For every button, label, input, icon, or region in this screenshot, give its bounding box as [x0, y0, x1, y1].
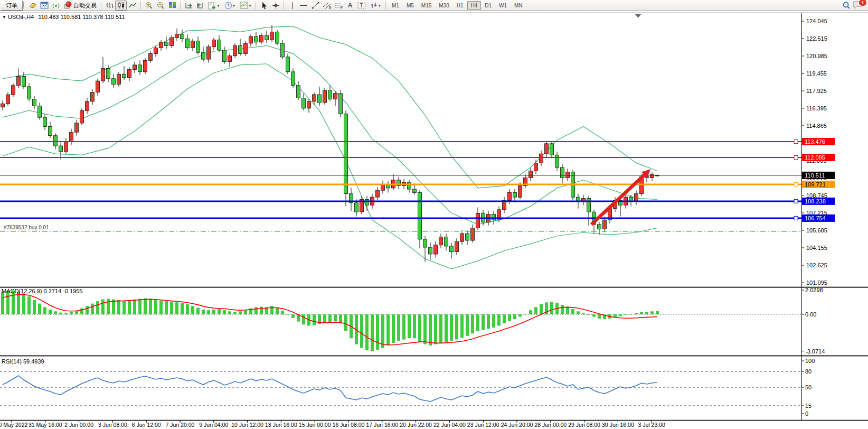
timeframe-button-M1[interactable]: M1 [388, 1, 403, 10]
one-click-trading-coll-icon[interactable]: ▼ [2, 15, 6, 20]
svg-text:105.685: 105.685 [806, 227, 827, 234]
notification-badge: 1 [859, 0, 866, 6]
clock-icon [224, 2, 232, 10]
notifications-button[interactable]: 1 [852, 0, 866, 11]
svg-text:100: 100 [805, 358, 815, 364]
svg-text:0.00: 0.00 [805, 311, 816, 318]
equidistant-channel-tool-button[interactable]: E [321, 1, 333, 11]
crosshair-button[interactable] [270, 1, 281, 11]
text-label-icon: T [357, 2, 366, 10]
auto-trading-status-icon [64, 1, 72, 10]
level-line-anchor [794, 216, 798, 220]
text-tool-button[interactable]: A [344, 1, 356, 11]
search-button[interactable] [841, 1, 852, 11]
line-chart-type-button[interactable] [127, 1, 138, 11]
svg-text:0: 0 [805, 411, 808, 417]
timeframe-button-H4[interactable]: H4 [467, 1, 482, 10]
trendline-tool-button[interactable] [309, 1, 321, 11]
symbol-period-label: USOil-,H4 [8, 14, 34, 20]
timeframe-button-M15[interactable]: M15 [418, 1, 435, 10]
auto-scroll-button[interactable] [183, 1, 194, 11]
bar-chart-type-button[interactable] [103, 1, 115, 11]
svg-text:101.095: 101.095 [806, 279, 827, 286]
svg-text:102.625: 102.625 [806, 262, 827, 268]
level-line-anchor [794, 199, 798, 203]
timeframe-button-MN[interactable]: MN [511, 1, 526, 10]
svg-text:2 Jun 00:00: 2 Jun 00:00 [64, 422, 93, 428]
timeframe-button-M5[interactable]: M5 [403, 1, 418, 10]
svg-text:F: F [341, 6, 343, 10]
line-chart-icon [129, 2, 137, 9]
open-position-label: #7639532 buy 0.01 [4, 225, 49, 230]
toolbar: 订单 自动交易 ▾ ▾ ▾ E F A T ▾ M1M5M15M30H1H4D1… [0, 0, 868, 11]
ohlc-readout: 110.483 110.581 110.378 110.511 [38, 14, 125, 20]
svg-text:24 Jun 20:00: 24 Jun 20:00 [501, 422, 533, 428]
svg-text:106.754: 106.754 [805, 215, 826, 221]
indicators-add-icon [208, 2, 216, 10]
svg-text:T: T [360, 3, 363, 8]
fibonacci-tool-button[interactable]: F [333, 1, 344, 11]
svg-text:28 Jun 00:00: 28 Jun 00:00 [534, 422, 567, 428]
candlestick-chart-icon [117, 2, 125, 9]
chevron-down-icon: ▾ [233, 3, 235, 8]
timeframe-button-H1[interactable]: H1 [453, 1, 467, 10]
svg-text:124.045: 124.045 [806, 18, 827, 24]
level-line-anchor [794, 140, 798, 144]
svg-text:117.925: 117.925 [806, 88, 827, 94]
chart-title: ▼USOil-,H4110.483 110.581 110.378 110.51… [2, 14, 125, 20]
timeframe-button-W1[interactable]: W1 [495, 1, 511, 10]
auto-trading-button[interactable]: 自动交易 [62, 1, 99, 11]
price-chart-canvas[interactable]: 124.045122.515120.985119.455117.925116.3… [0, 11, 868, 429]
svg-text:29 Jun 08:00: 29 Jun 08:00 [568, 422, 600, 428]
timeframe-button-D1[interactable]: D1 [481, 1, 495, 10]
chart-window-icon [40, 2, 49, 9]
zoom-in-button[interactable] [143, 1, 155, 11]
svg-text:119.455: 119.455 [806, 70, 827, 77]
chart-area[interactable]: 124.045122.515120.985119.455117.925116.3… [0, 11, 868, 429]
zoom-in-icon [145, 2, 153, 10]
chart-shift-button[interactable] [194, 1, 206, 11]
svg-text:2.0298: 2.0298 [805, 287, 823, 293]
indicators-button[interactable]: ▾ [206, 1, 222, 11]
svg-text:3 Jul 23:00: 3 Jul 23:00 [638, 422, 666, 428]
svg-text:13 Jun 16:00: 13 Jun 16:00 [265, 422, 297, 428]
zoom-out-button[interactable] [155, 1, 166, 11]
horizontal-line-tool-button[interactable] [298, 1, 309, 11]
orders-button[interactable]: 订单 [1, 1, 23, 11]
svg-text:-3.0714: -3.0714 [805, 348, 825, 355]
svg-text:112.085: 112.085 [805, 154, 825, 161]
text-a-icon: A [348, 2, 353, 9]
separator [385, 2, 386, 10]
signals-button[interactable] [50, 1, 62, 11]
toolbar-grip [23, 2, 25, 9]
svg-text:113.476: 113.476 [805, 138, 825, 145]
separator [180, 2, 181, 10]
svg-text:23 Jun 12:00: 23 Jun 12:00 [467, 422, 499, 428]
arrows-tool-button[interactable]: ▾ [367, 1, 383, 11]
separator [140, 2, 141, 10]
svg-text:30 May 2022: 30 May 2022 [0, 422, 28, 428]
chevron-down-icon: ▾ [379, 3, 381, 8]
timeframe-button-M30[interactable]: M30 [435, 1, 452, 10]
templates-button[interactable]: ▾ [238, 1, 253, 11]
vertical-line-tool-button[interactable] [286, 1, 298, 11]
auto-scroll-icon [185, 2, 193, 9]
chevron-down-icon: ▾ [249, 3, 251, 8]
horizontal-line-icon [299, 2, 308, 9]
template-icon [240, 2, 248, 9]
level-line-anchor [794, 156, 798, 160]
cursor-button[interactable] [258, 1, 270, 11]
periods-button[interactable]: ▾ [222, 1, 238, 11]
svg-text:116.395: 116.395 [806, 105, 827, 111]
text-label-tool-button[interactable]: T [356, 1, 367, 11]
svg-text:108.238: 108.238 [805, 198, 826, 204]
candlestick-chart-type-button[interactable] [115, 1, 127, 11]
svg-text:104.155: 104.155 [806, 245, 827, 251]
charts-button[interactable] [39, 1, 50, 11]
tile-windows-button[interactable] [166, 1, 178, 11]
new-order-button[interactable] [27, 1, 39, 11]
separator [101, 2, 101, 10]
svg-text:15 Jun 00:00: 15 Jun 00:00 [299, 422, 331, 428]
svg-text:120.985: 120.985 [806, 53, 827, 59]
price-tag-112.085: 112.085 [802, 154, 835, 161]
